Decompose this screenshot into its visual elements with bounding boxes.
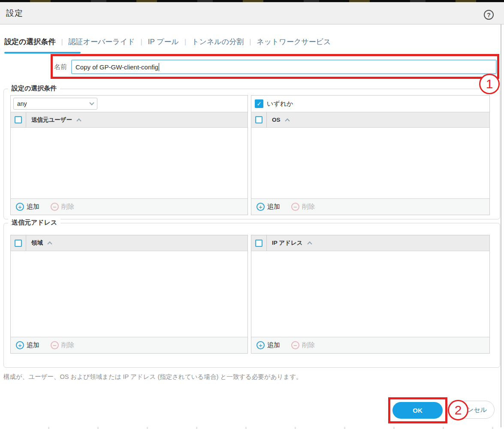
ip-address-table-body[interactable]: [251, 251, 489, 321]
region-panel-footer: + 追加 − 削除: [11, 337, 247, 353]
plus-circle-icon: +: [257, 203, 265, 211]
delete-button-label: 削除: [302, 203, 315, 211]
ip-address-panel: IP アドレス + 追加 − 削除: [251, 235, 490, 354]
os-panel: ✓ いずれか OS + 追加 − 削除: [251, 95, 490, 215]
annotation-box-1: [51, 54, 499, 79]
os-panel-footer: + 追加 − 削除: [251, 198, 489, 215]
os-table-header: OS: [251, 112, 489, 128]
region-table-body[interactable]: [11, 251, 247, 321]
select-all-checkbox[interactable]: [15, 116, 22, 123]
source-user-table-body[interactable]: [11, 128, 247, 183]
add-button-label: 追加: [27, 341, 39, 349]
source-user-column-header[interactable]: 送信元ユーザー: [26, 116, 72, 124]
add-button[interactable]: + 追加: [257, 341, 280, 349]
any-checkbox-label: いずれか: [267, 100, 293, 108]
source-user-match-dropdown[interactable]: any: [13, 98, 97, 110]
minus-circle-icon: −: [51, 341, 59, 349]
sort-ascending-icon[interactable]: [285, 118, 290, 123]
checkmark-icon: ✓: [257, 100, 262, 107]
minus-circle-icon: −: [291, 341, 299, 349]
tab-bar: 設定の選択条件 | 認証オーバーライド | IP プール | トンネルの分割 |…: [4, 37, 331, 47]
delete-button[interactable]: − 削除: [291, 341, 315, 349]
tab-network-services[interactable]: ネットワークサービス: [257, 37, 331, 47]
source-user-table-header: 送信元ユーザー: [11, 112, 247, 128]
annotation-box-2: [388, 397, 447, 423]
tab-separator: |: [184, 38, 186, 46]
any-checkbox-checked[interactable]: ✓: [255, 99, 263, 108]
add-button-label: 追加: [267, 203, 280, 211]
plus-circle-icon: +: [16, 341, 24, 349]
add-button[interactable]: + 追加: [16, 341, 39, 349]
delete-button-label: 削除: [61, 203, 74, 211]
tab-split-tunnel[interactable]: トンネルの分割: [192, 37, 244, 47]
chevron-down-icon: [89, 100, 94, 105]
plus-circle-icon: +: [16, 203, 24, 211]
delete-button[interactable]: − 削除: [291, 203, 315, 211]
source-user-panel: any 送信元ユーザー + 追加 − 削除: [10, 95, 248, 215]
tab-ip-pool[interactable]: IP プール: [148, 37, 179, 47]
tab-authentication-override[interactable]: 認証オーバーライド: [69, 37, 135, 47]
region-table-header: 領域: [11, 235, 247, 251]
dialog-titlebar: 設定 ?: [0, 2, 504, 24]
source-address-fieldset-legend: 送信元アドレス: [8, 219, 60, 227]
tab-separator: |: [141, 38, 142, 46]
active-tab-underline: [4, 52, 81, 54]
delete-button-label: 削除: [61, 341, 74, 349]
add-button[interactable]: + 追加: [257, 203, 280, 211]
tab-separator: |: [61, 38, 63, 46]
delete-button[interactable]: − 削除: [51, 203, 74, 211]
source-user-match-value: any: [17, 100, 27, 107]
sort-ascending-icon[interactable]: [307, 241, 312, 246]
region-panel: 領域 + 追加 − 削除: [10, 235, 248, 354]
select-all-checkbox[interactable]: [15, 240, 22, 247]
region-column-header[interactable]: 領域: [26, 239, 43, 247]
os-column-header[interactable]: OS: [267, 117, 281, 123]
os-table-body[interactable]: [251, 128, 489, 183]
minus-circle-icon: −: [291, 203, 299, 211]
os-any-row: ✓ いずれか: [251, 96, 489, 112]
ip-address-panel-footer: + 追加 − 削除: [251, 337, 489, 353]
minus-circle-icon: −: [51, 203, 59, 211]
source-user-match-row: any: [11, 96, 247, 112]
ip-address-column-header[interactable]: IP アドレス: [267, 239, 303, 247]
add-button-label: 追加: [267, 341, 280, 349]
settings-dialog: 設定 ? 設定の選択条件 | 認証オーバーライド | IP プール | トンネル…: [0, 0, 504, 429]
dialog-title: 設定: [0, 8, 23, 19]
plus-circle-icon: +: [257, 341, 265, 349]
delete-button[interactable]: − 削除: [51, 341, 74, 349]
select-all-checkbox[interactable]: [255, 240, 263, 247]
match-requirement-note: 構成が、ユーザー、OS および領域または IP アドレス (指定されている場合)…: [3, 373, 302, 381]
add-button-label: 追加: [27, 203, 39, 211]
select-all-checkbox[interactable]: [255, 116, 263, 123]
tab-separator: |: [249, 38, 251, 46]
sort-ascending-icon[interactable]: [47, 241, 52, 246]
background-page-artifacts: [0, 427, 504, 429]
add-button[interactable]: + 追加: [16, 203, 39, 211]
criteria-fieldset-legend: 設定の選択条件: [8, 84, 60, 93]
annotation-step-1: 1: [479, 74, 500, 94]
delete-button-label: 削除: [302, 341, 315, 349]
sort-ascending-icon[interactable]: [76, 118, 81, 123]
dialog-right-border: [501, 24, 501, 427]
tab-config-selection-criteria[interactable]: 設定の選択条件: [4, 37, 55, 47]
annotation-step-2: 2: [448, 400, 468, 420]
ip-address-table-header: IP アドレス: [251, 235, 489, 251]
help-icon[interactable]: ?: [484, 10, 494, 20]
source-user-panel-footer: + 追加 − 削除: [11, 198, 247, 215]
